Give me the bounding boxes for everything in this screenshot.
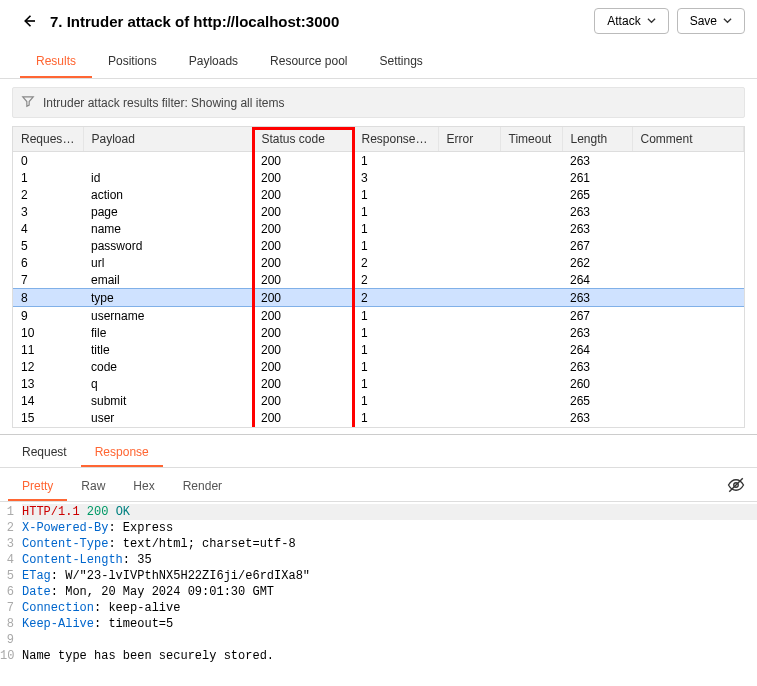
tab-response[interactable]: Response [81,439,163,467]
table-row[interactable]: 14submit2001265 [13,392,744,409]
col-error[interactable]: Error [438,127,500,152]
tab-payloads[interactable]: Payloads [173,46,254,78]
back-button[interactable] [20,12,38,30]
chevron-down-icon [647,14,656,28]
filter-text: Intruder attack results filter: Showing … [43,96,284,110]
results-table-container: Request ∧ Payload Status code Response r… [12,126,745,428]
line-gutter: 12345678910 [0,504,18,664]
save-button-label: Save [690,14,717,28]
toggle-hidden-icon[interactable] [723,472,749,501]
table-row[interactable]: 2action2001265 [13,186,744,203]
table-row[interactable]: 5password2001267 [13,237,744,254]
table-row[interactable]: 13q2001260 [13,375,744,392]
table-row[interactable]: 9username2001267 [13,307,744,325]
table-row[interactable]: 10file2001263 [13,324,744,341]
table-row[interactable]: 11title2001264 [13,341,744,358]
table-row[interactable]: 02001263 [13,152,744,170]
table-row[interactable]: 15user2001263 [13,409,744,426]
save-button[interactable]: Save [677,8,745,34]
req-resp-tabs: Request Response [0,434,757,468]
tab-hex[interactable]: Hex [119,473,168,501]
table-row[interactable]: 8type2002263 [13,289,744,307]
tab-results[interactable]: Results [20,46,92,78]
table-row[interactable]: 3page2001263 [13,203,744,220]
col-status[interactable]: Status code [253,127,353,152]
col-timeout[interactable]: Timeout [500,127,562,152]
col-request[interactable]: Request ∧ [13,127,83,152]
col-payload[interactable]: Payload [83,127,253,152]
filter-icon [21,94,35,111]
results-table: Request ∧ Payload Status code Response r… [13,127,744,426]
tab-resource-pool[interactable]: Resource pool [254,46,363,78]
tab-request[interactable]: Request [8,439,81,467]
response-editor[interactable]: 12345678910 HTTP/1.1 200 OKX-Powered-By:… [0,502,757,664]
attack-button-label: Attack [607,14,640,28]
chevron-down-icon [723,14,732,28]
col-response[interactable]: Response re... [353,127,438,152]
main-tabs: Results Positions Payloads Resource pool… [0,46,757,79]
tab-settings[interactable]: Settings [363,46,438,78]
table-row[interactable]: 7email2002264 [13,271,744,289]
tab-raw[interactable]: Raw [67,473,119,501]
response-body: HTTP/1.1 200 OKX-Powered-By: ExpressCont… [18,504,757,664]
tab-pretty[interactable]: Pretty [8,473,67,501]
page-title: 7. Intruder attack of http://localhost:3… [50,13,594,30]
table-row[interactable]: 1id2003261 [13,169,744,186]
table-row[interactable]: 12code2001263 [13,358,744,375]
tab-render[interactable]: Render [169,473,236,501]
attack-button[interactable]: Attack [594,8,668,34]
table-row[interactable]: 4name2001263 [13,220,744,237]
col-length[interactable]: Length [562,127,632,152]
tab-positions[interactable]: Positions [92,46,173,78]
view-mode-tabs: Pretty Raw Hex Render [8,473,723,501]
table-row[interactable]: 6url2002262 [13,254,744,271]
col-comment[interactable]: Comment [632,127,744,152]
filter-bar[interactable]: Intruder attack results filter: Showing … [12,87,745,118]
